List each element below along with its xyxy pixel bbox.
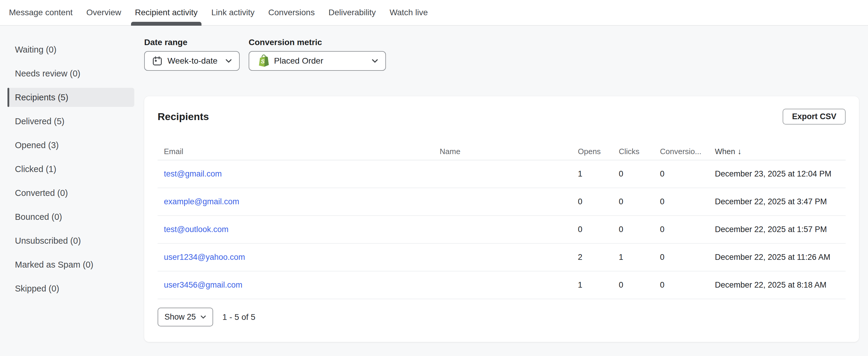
email-link[interactable]: user3456@gmail.com <box>164 280 242 289</box>
sidebar-item[interactable]: Converted (0) <box>7 183 134 203</box>
calendar-icon <box>152 56 162 66</box>
opens-cell: 0 <box>578 225 619 234</box>
sidebar-item-label: Clicked (1) <box>15 164 56 174</box>
chevron-down-icon <box>200 315 206 319</box>
clicks-cell: 0 <box>619 169 660 179</box>
page-body: Waiting (0) Needs review (0) Recipients … <box>0 26 868 342</box>
column-header-conversions[interactable]: Conversio... <box>660 147 715 156</box>
opens-cell: 1 <box>578 280 619 290</box>
conversion-metric-label: Conversion metric <box>249 38 386 47</box>
email-link[interactable]: test@gmail.com <box>164 169 222 178</box>
sidebar-item[interactable]: Marked as Spam (0) <box>7 255 134 274</box>
card-title: Recipients <box>158 111 209 122</box>
nav-tab[interactable]: Deliverability <box>324 0 380 25</box>
conversions-cell: 0 <box>660 169 715 179</box>
sort-descending-icon: ↓ <box>738 147 742 156</box>
sidebar-item-label: Opened (3) <box>15 140 59 150</box>
conversions-cell: 0 <box>660 197 715 206</box>
sidebar-item-label: Skipped (0) <box>15 284 59 294</box>
date-range-value: Week-to-date <box>167 56 218 66</box>
clicks-cell: 0 <box>619 280 660 290</box>
nav-tab[interactable]: Watch live <box>385 0 432 25</box>
nav-tab-label: Recipient activity <box>135 8 197 17</box>
opens-cell: 0 <box>578 197 619 206</box>
email-link[interactable]: example@gmail.com <box>164 197 239 206</box>
column-header-name[interactable]: Name <box>440 147 578 156</box>
when-label: When <box>715 147 735 156</box>
nav-tab-label: Overview <box>86 8 121 17</box>
sidebar-item[interactable]: Delivered (5) <box>7 112 134 131</box>
column-header-clicks[interactable]: Clicks <box>619 147 660 156</box>
table-row: user1234@yahoo.com 2 1 0 December 22, 20… <box>158 244 846 271</box>
when-cell: December 22, 2025 at 3:47 PM <box>715 197 846 206</box>
sidebar-item[interactable]: Clicked (1) <box>7 159 134 179</box>
sidebar-item-label: Converted (0) <box>15 188 68 198</box>
opens-cell: 2 <box>578 253 619 262</box>
nav-tab[interactable]: Overview <box>82 0 125 25</box>
column-header-email[interactable]: Email <box>164 147 440 156</box>
date-range-filter: Date range Week-to-date <box>144 38 240 71</box>
sidebar-item[interactable]: Skipped (0) <box>7 279 134 298</box>
nav-tab-label: Deliverability <box>328 8 376 17</box>
sidebar-item-label: Delivered (5) <box>15 117 64 126</box>
nav-tab[interactable]: Link activity <box>208 0 258 25</box>
top-tab-bar: Message content Overview Recipient activ… <box>0 0 868 26</box>
conversions-cell: 0 <box>660 253 715 262</box>
svg-text:S: S <box>261 58 265 64</box>
chevron-down-icon <box>372 59 378 63</box>
clicks-cell: 0 <box>619 197 660 206</box>
sidebar-item-label: Marked as Spam (0) <box>15 260 93 270</box>
conversions-cell: 0 <box>660 225 715 234</box>
column-header-when[interactable]: When↓ <box>715 147 846 156</box>
table-body: test@gmail.com 1 0 0 December 23, 2025 a… <box>158 160 846 299</box>
page-size-select[interactable]: Show 25 <box>158 307 213 326</box>
table-row: test@outlook.com 0 0 0 December 22, 2025… <box>158 216 846 244</box>
column-header-opens[interactable]: Opens <box>578 147 619 156</box>
nav-tab-label: Watch live <box>390 8 428 17</box>
pagination-range: 1 - 5 of 5 <box>222 313 255 322</box>
conversion-metric-filter: Conversion metric S Placed Order <box>249 38 386 71</box>
sidebar-item-label: Needs review (0) <box>15 69 80 79</box>
email-link[interactable]: user1234@yahoo.com <box>164 253 245 262</box>
email-link[interactable]: test@outlook.com <box>164 225 229 234</box>
chevron-down-icon <box>225 59 232 63</box>
when-cell: December 23, 2025 at 12:04 PM <box>715 169 846 179</box>
clicks-cell: 1 <box>619 253 660 262</box>
sidebar-item[interactable]: Waiting (0) <box>7 40 134 59</box>
page-size-value: Show 25 <box>164 313 196 322</box>
filters-bar: Date range Week-to-date <box>144 38 859 71</box>
sidebar-item[interactable]: Unsubscribed (0) <box>7 231 134 250</box>
sidebar-item-label: Recipients (5) <box>15 93 68 102</box>
nav-tab-label: Conversions <box>268 8 315 17</box>
sidebar-item[interactable]: Opened (3) <box>7 136 134 155</box>
date-range-select[interactable]: Week-to-date <box>144 51 240 71</box>
table-row: test@gmail.com 1 0 0 December 23, 2025 a… <box>158 160 846 188</box>
main-content: Date range Week-to-date <box>144 26 868 342</box>
table-header-row: Email Name Opens Clicks Conversio... Whe… <box>158 143 846 160</box>
nav-tab[interactable]: Recipient activity <box>131 0 202 25</box>
nav-tab-label: Link activity <box>211 8 255 17</box>
when-cell: December 22, 2025 at 11:26 AM <box>715 253 846 262</box>
table-row: user3456@gmail.com 1 0 0 December 22, 20… <box>158 271 846 299</box>
recipients-card: Recipients Export CSV Email Name Opens C… <box>144 96 859 342</box>
nav-tab[interactable]: Message content <box>5 0 76 25</box>
nav-tab[interactable]: Conversions <box>265 0 319 25</box>
nav-tab-label: Message content <box>9 8 72 17</box>
sidebar-item-label: Unsubscribed (0) <box>15 236 81 246</box>
conversions-cell: 0 <box>660 280 715 290</box>
status-sidebar: Waiting (0) Needs review (0) Recipients … <box>0 26 144 342</box>
shopify-icon: S <box>258 54 269 67</box>
sidebar-item[interactable]: Needs review (0) <box>7 64 134 83</box>
conversion-metric-select[interactable]: S Placed Order <box>249 51 386 71</box>
conversion-metric-value: Placed Order <box>274 56 323 66</box>
sidebar-item-label: Bounced (0) <box>15 212 62 222</box>
pagination-bar: Show 25 1 - 5 of 5 <box>158 307 846 326</box>
clicks-cell: 0 <box>619 225 660 234</box>
sidebar-item[interactable]: Bounced (0) <box>7 207 134 227</box>
sidebar-item-label: Waiting (0) <box>15 45 56 55</box>
date-range-label: Date range <box>144 38 240 47</box>
sidebar-item[interactable]: Recipients (5) <box>7 88 134 107</box>
when-cell: December 22, 2025 at 1:57 PM <box>715 225 846 234</box>
export-csv-button[interactable]: Export CSV <box>783 109 846 124</box>
opens-cell: 1 <box>578 169 619 179</box>
